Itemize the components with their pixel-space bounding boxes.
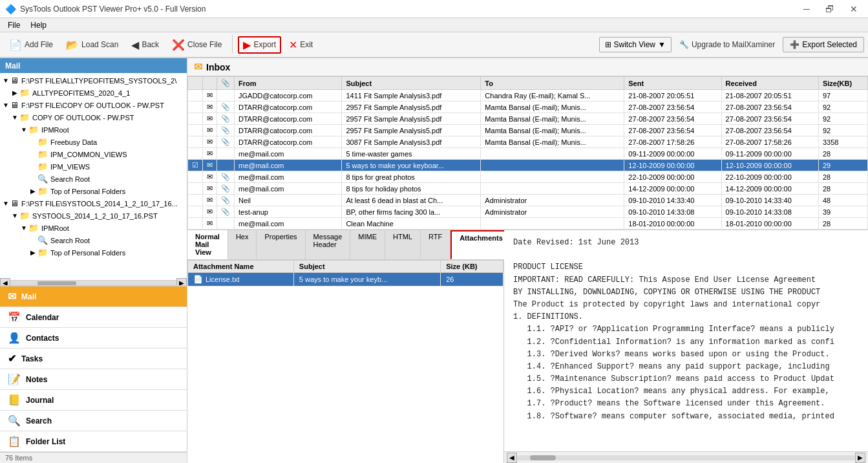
email-checkbox[interactable]	[188, 195, 203, 206]
tree-item-f-pst3[interactable]: ▼ 🖥 F:\PST FILE\SYSTOOLS_2014_1_2_10_17_…	[1, 197, 185, 210]
tree-item-systools2014[interactable]: ▼ 📁 SYSTOOLS_2014_1_2_10_17_16.PST	[1, 210, 185, 222]
col-subject[interactable]: Subject	[342, 77, 481, 90]
tree-toggle[interactable]: ▼	[1, 102, 10, 109]
email-row-11[interactable]: ✉ me@mail.com Clean Machine 18-01-2010 0…	[188, 218, 868, 230]
load-scan-label: Load Scan	[81, 40, 118, 49]
exit-button[interactable]: ✕ Exit	[284, 36, 318, 54]
email-checkbox[interactable]	[188, 113, 203, 125]
export-selected-button[interactable]: ➕ Export Selected	[783, 37, 864, 52]
tab-attachments[interactable]: Attachments	[450, 230, 512, 259]
tree-item-top-folders1[interactable]: ▶ 📁 Top of Personal Folders	[1, 185, 185, 197]
email-checkbox[interactable]	[188, 148, 203, 160]
tree-icon: 🖥	[10, 199, 19, 208]
email-checkbox[interactable]	[188, 136, 203, 148]
load-scan-button[interactable]: 📂 Load Scan	[61, 36, 123, 54]
menu-file[interactable]: File	[3, 19, 25, 31]
email-checkbox[interactable]	[188, 171, 203, 183]
email-row-6[interactable]: ☑ ✉ me@mail.com 5 ways to make your keyb…	[188, 160, 868, 171]
tree-icon: 📁	[19, 211, 30, 221]
email-row-7[interactable]: ✉ 📎 me@mail.com 8 tips for great photos …	[188, 171, 868, 183]
tree-label: IPMRoot	[41, 224, 69, 232]
tree-item-ipm-common[interactable]: 📁 IPM_COMMON_VIEWS	[1, 148, 185, 160]
col-received[interactable]: Received	[721, 77, 818, 90]
app-title: SysTools Outlook PST Viewer Pro+ v5.0 - …	[20, 5, 206, 14]
tree-item-f-pst2[interactable]: ▼ 🖥 F:\PST FILE\COPY OF OUTLOOK - PW.PST	[1, 99, 185, 111]
tree-toggle[interactable]: ▼	[10, 114, 19, 121]
nav-item-calendar[interactable]: 📅 Calendar	[0, 307, 187, 328]
upgrade-button[interactable]: 🔧 Upgrade to MailXaminer	[674, 38, 780, 52]
tab-rtf[interactable]: RTF	[421, 230, 450, 259]
email-checkbox[interactable]	[188, 90, 203, 102]
email-attach-icon	[217, 148, 235, 160]
email-checkbox[interactable]	[188, 125, 203, 136]
add-file-label: Add File	[25, 40, 53, 49]
tree-item-freebusy[interactable]: 📁 Freebusy Data	[1, 136, 185, 148]
nav-item-search[interactable]: 🔍 Search	[0, 411, 187, 431]
tree-item-all-types[interactable]: ▶ 📁 ALLTYPEOFITEMS_2020_4_1	[1, 87, 185, 99]
nav-item-contacts[interactable]: 👤 Contacts	[0, 328, 187, 349]
email-row-8[interactable]: ✉ 📎 me@mail.com 8 tips for holiday photo…	[188, 183, 868, 195]
nav-item-journal[interactable]: 📒 Journal	[0, 390, 187, 411]
tree-item-search-root1[interactable]: 🔍 Search Root	[1, 173, 185, 185]
email-type-icon: ✉	[203, 136, 217, 148]
tree-toggle[interactable]: ▶	[10, 89, 19, 96]
tree-item-f-pst1[interactable]: ▼ 🖥 F:\PST FILE\ALLTYPEOFITEMS_SYSTOOLS_…	[1, 74, 185, 87]
export-button[interactable]: ▶ Export	[238, 36, 281, 54]
back-button[interactable]: ◀ Back	[126, 36, 164, 54]
tab-message-header[interactable]: Message Header	[306, 230, 351, 259]
email-checkbox[interactable]	[188, 206, 203, 218]
nav-item-tasks[interactable]: ✔ Tasks	[0, 349, 187, 369]
email-row-4[interactable]: ✉ 📎 DTARR@catocorp.com 3087 Fit Sample A…	[188, 136, 868, 148]
nav-item-mail[interactable]: ✉ Mail	[0, 286, 187, 307]
col-icon	[203, 77, 217, 90]
nav-item-notes[interactable]: 📝 Notes	[0, 369, 187, 390]
tree-item-ipm-views[interactable]: 📁 IPM_VIEWS	[1, 160, 185, 173]
attachment-table: Attachment Name Subject Size (KB) 📄Licen…	[187, 260, 503, 286]
nav-item-folder-list[interactable]: 📋 Folder List	[0, 431, 187, 452]
tab-html[interactable]: HTML	[385, 230, 421, 259]
email-row-1[interactable]: ✉ 📎 DTARR@catocorp.com 2957 Fit Sample A…	[188, 102, 868, 113]
email-row-10[interactable]: ✉ 📎 test-anup BP, other firms facing 300…	[188, 206, 868, 218]
tree-toggle[interactable]: ▼	[1, 77, 10, 84]
email-row-9[interactable]: ✉ 📎 Neil At least 6 dead in blast at Ch.…	[188, 195, 868, 206]
tree-icon: 🔍	[37, 174, 48, 184]
tree-item-ipm-root1[interactable]: ▼ 📁 IPMRoot	[1, 124, 185, 136]
col-sent[interactable]: Sent	[624, 77, 721, 90]
tree-item-search-root2[interactable]: 🔍 Search Root	[1, 234, 185, 246]
col-to[interactable]: To	[481, 77, 624, 90]
restore-button[interactable]: 🗗	[820, 3, 840, 16]
email-row-3[interactable]: ✉ 📎 DTARR@catocorp.com 2957 Fit Sample A…	[188, 125, 868, 136]
email-row-2[interactable]: ✉ 📎 DTARR@catocorp.com 2957 Fit Sample A…	[188, 113, 868, 125]
content-scroll-right[interactable]: ▶	[855, 453, 865, 463]
add-file-button[interactable]: 📄 Add File	[4, 36, 58, 54]
close-button[interactable]: ✕	[845, 3, 863, 16]
tree-toggle[interactable]: ▶	[28, 249, 37, 256]
tab-properties[interactable]: Properties	[257, 230, 305, 259]
attach-row-0[interactable]: 📄License.txt 5 ways to make your keyb...…	[188, 273, 503, 286]
tree-icon: 📁	[19, 88, 30, 98]
switch-view-button[interactable]: ⊞ Switch View ▼	[599, 37, 672, 52]
content-scroll-left[interactable]: ◀	[507, 453, 517, 463]
email-checkbox[interactable]	[188, 102, 203, 113]
email-checkbox[interactable]: ☑	[188, 160, 203, 171]
email-row-0[interactable]: ✉ JGADD@catocorp.com 1411 Fit Sample Ana…	[188, 90, 868, 102]
tab-hex[interactable]: Hex	[228, 230, 257, 259]
tree-item-copy-outlook[interactable]: ▼ 📁 COPY OF OUTLOOK - PW.PST	[1, 111, 185, 124]
tab-mime[interactable]: MIME	[350, 230, 385, 259]
tree-toggle[interactable]: ▼	[10, 212, 19, 219]
col-from[interactable]: From	[235, 77, 342, 90]
tree-toggle[interactable]: ▼	[19, 224, 28, 232]
close-file-button[interactable]: ❌ Close File	[167, 36, 227, 54]
tree-item-top-folders2[interactable]: ▶ 📁 Top of Personal Folders	[1, 246, 185, 259]
tree-toggle[interactable]: ▼	[1, 200, 10, 207]
email-checkbox[interactable]	[188, 183, 203, 195]
col-size[interactable]: Size(KB)	[818, 77, 867, 90]
tree-toggle[interactable]: ▶	[28, 188, 37, 195]
minimize-button[interactable]: ─	[798, 3, 815, 16]
tree-toggle[interactable]: ▼	[19, 126, 28, 133]
email-checkbox[interactable]	[188, 218, 203, 230]
tab-normal-mail[interactable]: Normal Mail View	[187, 230, 228, 259]
tree-item-ipm-root2[interactable]: ▼ 📁 IPMRoot	[1, 222, 185, 234]
menu-help[interactable]: Help	[25, 19, 52, 31]
email-row-5[interactable]: ✉ me@mail.com 5 time-waster games 09-11-…	[188, 148, 868, 160]
